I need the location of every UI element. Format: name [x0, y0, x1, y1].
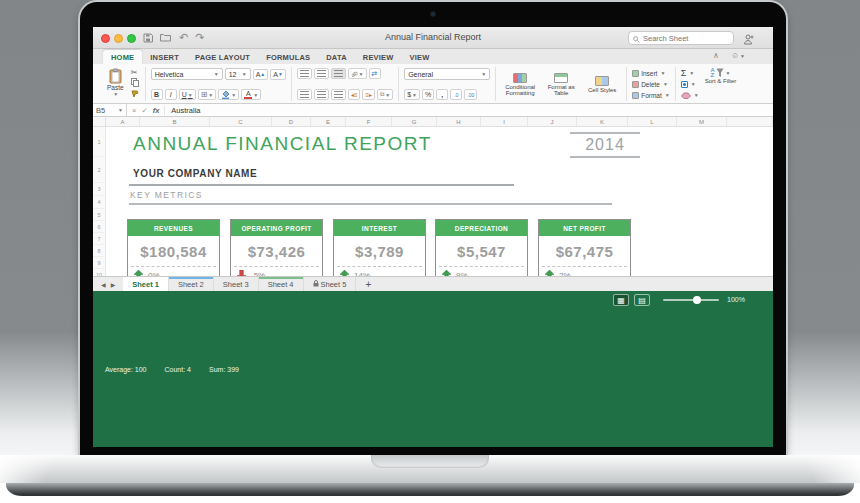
- column-header[interactable]: I: [481, 117, 528, 126]
- collapse-ribbon-icon[interactable]: ∧: [713, 51, 719, 60]
- zoom-slider[interactable]: [663, 299, 719, 301]
- tab-formulas[interactable]: FORMULAS: [258, 50, 318, 64]
- row-header[interactable]: 10: [93, 269, 105, 276]
- tab-page-layout[interactable]: PAGE LAYOUT: [187, 50, 258, 64]
- row-header[interactable]: 3: [93, 183, 105, 196]
- sheet-tab-5[interactable]: Sheet 5: [304, 277, 357, 291]
- increase-decimal-button[interactable]: .0: [450, 89, 462, 100]
- sheet-tab-2[interactable]: Sheet 2: [169, 277, 214, 291]
- tab-data[interactable]: DATA: [318, 50, 355, 64]
- zoom-slider-knob[interactable]: [693, 296, 701, 304]
- share-icon[interactable]: [743, 31, 755, 49]
- sheet-tab-3[interactable]: Sheet 3: [214, 277, 259, 291]
- shrink-font-button[interactable]: A▼: [270, 69, 286, 80]
- delete-cells-button[interactable]: Delete▼: [632, 79, 670, 89]
- italic-button[interactable]: I: [165, 89, 177, 100]
- align-middle-button[interactable]: [314, 68, 329, 79]
- tab-insert[interactable]: INSERT: [142, 50, 187, 64]
- increase-indent-button[interactable]: ≡▸: [362, 89, 375, 100]
- font-size-select[interactable]: 12▼: [225, 68, 251, 80]
- decrease-indent-button[interactable]: ◂≡: [348, 89, 361, 100]
- copy-icon[interactable]: [131, 78, 140, 89]
- column-header[interactable]: L: [628, 117, 677, 126]
- currency-button[interactable]: $▼: [404, 89, 420, 100]
- next-sheet-arrow[interactable]: ▶: [111, 281, 116, 288]
- column-header[interactable]: G: [392, 117, 437, 126]
- row-header[interactable]: 7: [93, 233, 105, 245]
- insert-function-icon[interactable]: fx: [153, 106, 160, 115]
- bold-button[interactable]: B: [151, 89, 163, 100]
- tab-view[interactable]: VIEW: [402, 50, 438, 64]
- add-sheet-button[interactable]: +: [356, 277, 380, 291]
- tab-review[interactable]: REVIEW: [355, 50, 402, 64]
- format-painter-icon[interactable]: [131, 90, 140, 100]
- align-right-button[interactable]: [331, 89, 346, 100]
- normal-view-icon[interactable]: ▦: [613, 294, 629, 306]
- row-header[interactable]: 1: [93, 127, 105, 157]
- kpi-card-title: REVENUES: [128, 220, 219, 236]
- percent-button[interactable]: %: [422, 89, 434, 100]
- prev-sheet-arrow[interactable]: ◀: [101, 281, 106, 288]
- underline-button[interactable]: U▼: [179, 89, 196, 100]
- font-name-select[interactable]: Helvetica▼: [151, 68, 223, 80]
- number-format-select[interactable]: General▼: [404, 68, 490, 80]
- row-header[interactable]: 2: [93, 157, 105, 183]
- kpi-card-change: 0%: [148, 271, 160, 277]
- font-color-button[interactable]: A▼: [241, 89, 261, 100]
- row-header[interactable]: 5: [93, 209, 105, 221]
- insert-cells-button[interactable]: Insert▼: [632, 68, 670, 78]
- enter-icon[interactable]: ✓: [141, 106, 147, 115]
- row-header[interactable]: 9: [93, 257, 105, 269]
- merge-center-button[interactable]: ⧉▼: [377, 89, 393, 100]
- search-box[interactable]: [628, 31, 734, 45]
- decrease-decimal-button[interactable]: .00: [464, 89, 477, 100]
- column-header[interactable]: H: [437, 117, 481, 126]
- up-arrow-icon: [340, 270, 349, 276]
- page-layout-view-icon[interactable]: ▤: [634, 294, 650, 306]
- status-count: Count: 4: [165, 366, 191, 373]
- column-header[interactable]: C: [210, 117, 272, 126]
- cancel-icon[interactable]: ×: [132, 106, 136, 115]
- column-header[interactable]: F: [346, 117, 392, 126]
- align-top-button[interactable]: [297, 68, 312, 79]
- align-left-button[interactable]: [297, 89, 312, 100]
- tab-home[interactable]: HOME: [103, 50, 142, 64]
- column-header[interactable]: M: [677, 117, 727, 126]
- column-header[interactable]: A: [106, 117, 140, 126]
- row-header[interactable]: 8: [93, 245, 105, 257]
- cell-styles-icon: [595, 76, 609, 86]
- autosum-button[interactable]: Σ▼: [681, 68, 699, 78]
- fill-button[interactable]: ▼: [681, 79, 699, 89]
- column-header[interactable]: D: [272, 117, 311, 126]
- format-cells-button[interactable]: Format▼: [632, 90, 670, 100]
- cut-icon[interactable]: ✂: [131, 68, 140, 77]
- search-input[interactable]: [643, 34, 729, 43]
- paste-button[interactable]: Paste▼: [104, 68, 127, 100]
- orientation-button[interactable]: ab▼: [348, 68, 367, 79]
- format-as-table-button[interactable]: Format as Table: [542, 73, 580, 96]
- name-box[interactable]: B5▼: [93, 104, 127, 116]
- sheet-tab-1[interactable]: Sheet 1: [123, 277, 169, 291]
- cell-styles-button[interactable]: Cell Styles: [583, 76, 621, 93]
- clear-button[interactable]: ▼: [681, 90, 699, 100]
- feedback-smiley-icon[interactable]: ☺▼: [731, 51, 745, 60]
- sort-filter-button[interactable]: AZ ▼ Sort & Filter: [705, 68, 737, 100]
- lock-icon: [313, 280, 319, 289]
- sheet-tab-4[interactable]: Sheet 4: [259, 277, 304, 291]
- column-header[interactable]: B: [140, 117, 210, 126]
- column-header[interactable]: J: [528, 117, 577, 126]
- column-header[interactable]: E: [311, 117, 346, 126]
- wrap-text-button[interactable]: ⇄: [369, 68, 381, 79]
- formula-input[interactable]: Australia: [165, 106, 200, 115]
- conditional-formatting-button[interactable]: Conditional Formatting: [501, 73, 539, 96]
- grow-font-button[interactable]: A▲: [253, 69, 269, 80]
- align-center-button[interactable]: [314, 89, 329, 100]
- fill-color-button[interactable]: ▼: [218, 89, 239, 100]
- column-header[interactable]: K: [577, 117, 628, 126]
- borders-button[interactable]: ⊞▼: [198, 89, 217, 100]
- select-all-corner[interactable]: [93, 117, 106, 126]
- align-bottom-button[interactable]: [331, 68, 346, 79]
- row-header[interactable]: 6: [93, 221, 105, 233]
- comma-button[interactable]: ,: [436, 89, 448, 100]
- row-header[interactable]: 4: [93, 196, 105, 209]
